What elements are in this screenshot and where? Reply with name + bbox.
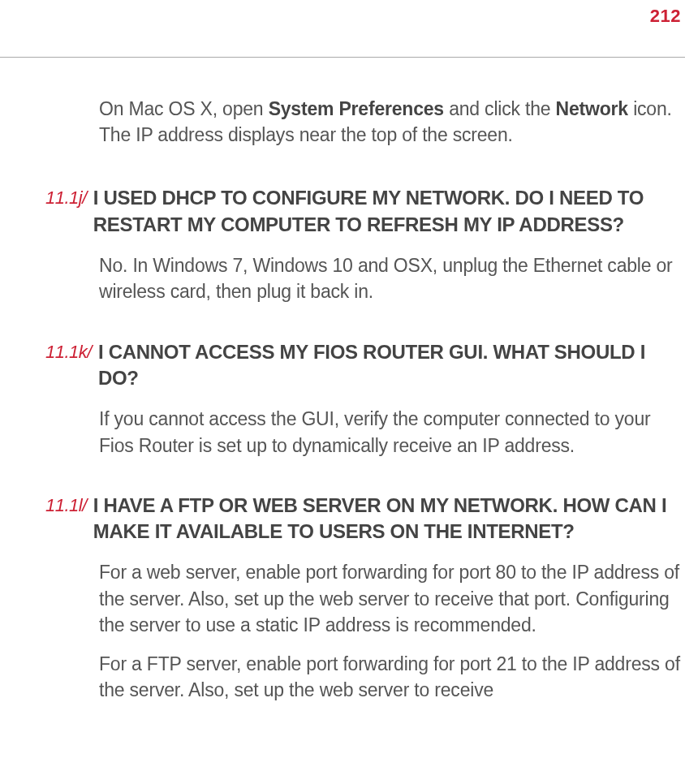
question-row: 11.1k/ I CANNOT ACCESS MY FIOS ROUTER GU… (45, 339, 681, 392)
section-marker: 11.1k/ (45, 339, 92, 363)
intro-text-2: and click the (444, 98, 556, 119)
main-content: On Mac OS X, open System Preferences and… (99, 96, 681, 737)
question-row: 11.1l/ I HAVE A FTP OR WEB SERVER ON MY … (45, 493, 681, 545)
answer-text: For a web server, enable port forwarding… (99, 559, 681, 638)
intro-paragraph: On Mac OS X, open System Preferences and… (99, 96, 681, 148)
answer-text: No. In Windows 7, Windows 10 and OSX, un… (99, 252, 681, 304)
answer-text: For a FTP server, enable port forwarding… (99, 651, 681, 703)
qa-block-11-1j: 11.1j/ I USED DHCP TO CONFIGURE MY NETWO… (99, 185, 681, 304)
question-row: 11.1j/ I USED DHCP TO CONFIGURE MY NETWO… (45, 185, 681, 238)
section-marker: 11.1j/ (45, 185, 87, 209)
qa-block-11-1l: 11.1l/ I HAVE A FTP OR WEB SERVER ON MY … (99, 493, 681, 704)
question-text: I CANNOT ACCESS MY FIOS ROUTER GUI. WHAT… (98, 339, 681, 392)
qa-block-11-1k: 11.1k/ I CANNOT ACCESS MY FIOS ROUTER GU… (99, 339, 681, 459)
question-text: I HAVE A FTP OR WEB SERVER ON MY NETWORK… (93, 493, 681, 545)
intro-bold-1: System Preferences (269, 98, 444, 119)
question-text: I USED DHCP TO CONFIGURE MY NETWORK. DO … (93, 185, 681, 238)
section-marker: 11.1l/ (45, 493, 87, 516)
intro-text-1: On Mac OS X, open (99, 98, 269, 119)
header-divider (0, 57, 685, 58)
page-number: 212 (650, 6, 681, 27)
intro-bold-2: Network (556, 98, 628, 119)
answer-text: If you cannot access the GUI, verify the… (99, 406, 681, 458)
